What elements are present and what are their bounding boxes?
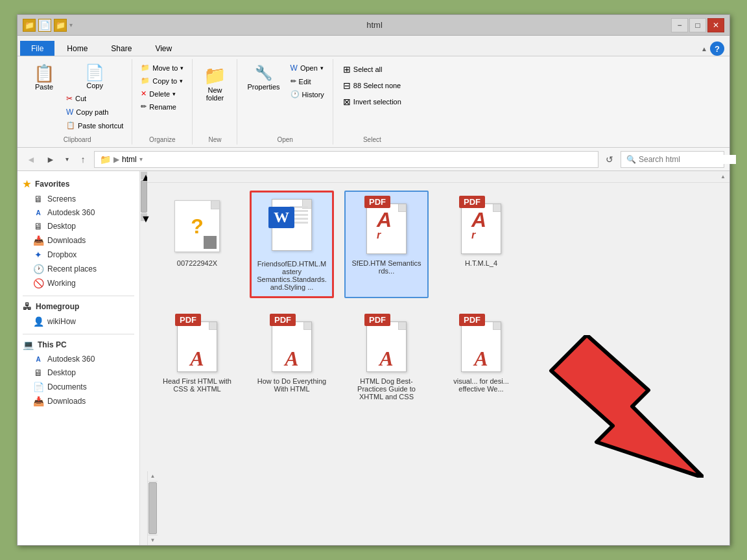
sidebar-item-desktop-fav[interactable]: 🖥 Desktop xyxy=(18,219,139,233)
tab-home[interactable]: Home xyxy=(56,41,99,56)
scroll-up-area: ▲ xyxy=(147,171,729,183)
ribbon-collapse-icon[interactable]: ▲ xyxy=(701,45,707,52)
select-none-button[interactable]: ⊟ 88 Select none xyxy=(338,78,406,93)
ribbon-group-select: ⊞ Select all ⊟ 88 Select none ⊠ Invert s… xyxy=(333,59,411,145)
cut-label: Cut xyxy=(75,95,86,102)
sidebar-item-autodesk360-pc[interactable]: A Autodesk 360 xyxy=(18,353,139,366)
delete-button[interactable]: ✕ Delete ▾ xyxy=(137,88,187,100)
sidebar-item-downloads-pc[interactable]: 📥 Downloads xyxy=(18,394,139,408)
unknown-file-icon: ? xyxy=(174,200,220,252)
back-button[interactable]: ◄ xyxy=(23,151,40,168)
refresh-button[interactable]: ↺ xyxy=(601,151,618,168)
file-grid-scroll[interactable]: ? 007222942X xyxy=(147,183,729,471)
question-mark-icon: ? xyxy=(191,215,204,239)
sidebar-scrollbar[interactable]: ▲ ▼ xyxy=(139,171,147,545)
tab-file[interactable]: File xyxy=(20,41,54,56)
help-button[interactable]: ? xyxy=(710,41,724,56)
maximize-button[interactable]: □ xyxy=(689,18,706,32)
copy-icon-large: 📄 xyxy=(85,64,104,82)
star-icon: ★ xyxy=(23,179,31,189)
copy-to-label: Copy to xyxy=(152,77,177,85)
new-folder-label: New folder xyxy=(206,86,224,102)
edit-button[interactable]: ✏ Edit xyxy=(287,75,327,88)
pdf-acrobat-a-2: A xyxy=(377,208,392,231)
downloads-label: Downloads xyxy=(47,236,86,245)
desktop-pc-icon: 🖥 xyxy=(33,368,43,378)
sidebar-thispc-header[interactable]: 💻 This PC xyxy=(18,337,139,353)
sidebar-homegroup-header[interactable]: 🖧 Homegroup xyxy=(18,299,139,314)
sidebar-item-documents[interactable]: 📄 Documents xyxy=(18,380,139,394)
move-to-label: Move to xyxy=(152,64,178,72)
minimize-button[interactable]: − xyxy=(671,18,688,32)
sidebar-item-working[interactable]: 🚫 Working xyxy=(18,276,139,290)
file-item-0[interactable]: ? 007222942X xyxy=(155,191,239,298)
dropdown-button[interactable]: ▾ xyxy=(62,151,72,168)
downloads-pc-label: Downloads xyxy=(47,397,86,406)
close-button[interactable]: ✕ xyxy=(707,18,724,32)
dropbox-label: Dropbox xyxy=(47,250,77,259)
address-path[interactable]: 📁 ▶ html ▾ xyxy=(94,151,599,168)
paste-button[interactable]: 📋 Paste xyxy=(28,62,60,94)
sidebar-item-screens[interactable]: 🖥 Screens xyxy=(18,192,139,206)
file-item-7[interactable]: A PDF visual... for desi... effective We… xyxy=(439,309,523,407)
file-item-5[interactable]: A PDF How to Do Everything With HTML xyxy=(250,309,334,407)
paste-shortcut-button[interactable]: 📋 Paste shortcut xyxy=(63,119,126,132)
main-scroll-thumb[interactable] xyxy=(148,482,157,534)
copy-to-dropdown-icon: ▾ xyxy=(180,78,183,84)
properties-label: Properties xyxy=(247,83,279,91)
scroll-up-button[interactable]: ▲ xyxy=(718,172,728,182)
copy-to-button[interactable]: 📁 Copy to ▾ xyxy=(137,75,187,87)
file-icon-7: A PDF xyxy=(452,315,510,373)
ribbon-group-new: 📁 New folder New xyxy=(193,59,237,145)
sidebar-item-downloads[interactable]: 📥 Downloads xyxy=(18,233,139,248)
file-label-6: HTML Dog Best-Practices Guide to XHTML a… xyxy=(351,377,422,401)
sidebar-scroll-down[interactable]: ▼ xyxy=(141,213,147,221)
file-item-4[interactable]: A PDF Head First HTML with CSS & XHTML xyxy=(155,309,239,407)
new-folder-button[interactable]: 📁 New folder xyxy=(198,62,231,105)
file-item-2[interactable]: A r PDF SfED.HTM Semantics rds... xyxy=(344,191,429,298)
sidebar-scroll-up[interactable]: ▲ xyxy=(141,172,147,180)
sidebar-item-dropbox[interactable]: ✦ Dropbox xyxy=(18,248,139,262)
sidebar-item-desktop-pc[interactable]: 🖥 Desktop xyxy=(18,366,139,380)
clipboard-label: Clipboard xyxy=(64,134,91,145)
tab-view[interactable]: View xyxy=(144,41,183,56)
select-col: ⊞ Select all ⊟ 88 Select none ⊠ Invert s… xyxy=(338,62,406,110)
copy-path-label: Copy path xyxy=(76,108,108,116)
autodesk360-pc-icon: A xyxy=(33,356,43,363)
cut-button[interactable]: ✂ Cut xyxy=(63,92,126,105)
select-all-icon: ⊞ xyxy=(343,64,351,75)
copy-large-button[interactable]: 📄 Copy xyxy=(63,62,126,91)
main-scroll-up-btn[interactable]: ▲ xyxy=(148,471,158,482)
search-input[interactable] xyxy=(639,155,736,164)
select-label: Select xyxy=(363,134,381,145)
invert-selection-button[interactable]: ⊠ Invert selection xyxy=(338,94,406,110)
clipboard-content: 📋 Paste 📄 Copy ✂ Cut xyxy=(28,59,126,134)
sidebar-item-autodesk360-fav[interactable]: A Autodesk 360 xyxy=(18,206,139,219)
file-item-3[interactable]: A r PDF H.T.M.L_4 xyxy=(439,191,523,298)
sidebar-item-recent[interactable]: 🕐 Recent places xyxy=(18,262,139,276)
file-item-6[interactable]: A PDF HTML Dog Best-Practices Guide to X… xyxy=(344,309,429,407)
copy-path-button[interactable]: W Copy path xyxy=(63,106,126,119)
tab-share[interactable]: Share xyxy=(100,41,143,56)
forward-button[interactable]: ► xyxy=(42,151,59,168)
history-button[interactable]: 🕐 History xyxy=(287,88,327,100)
address-dropdown-icon[interactable]: ▾ xyxy=(139,156,143,163)
rename-button[interactable]: ✏ Rename xyxy=(137,100,187,113)
sidebar-item-wikihow[interactable]: 👤 wikiHow xyxy=(18,314,139,329)
sidebar: ★ Favorites 🖥 Screens A Autodesk 360 🖥 D… xyxy=(18,171,139,545)
wikihow-icon: 👤 xyxy=(33,316,43,327)
file-item-1[interactable]: W FriendsofED.HTML.Mastery Semantics.Sta… xyxy=(250,191,334,298)
paste-label: Paste xyxy=(35,83,53,91)
main-scroll-down-btn[interactable]: ▼ xyxy=(148,535,158,545)
open-label: Open xyxy=(277,134,292,145)
select-all-button[interactable]: ⊞ Select all xyxy=(338,62,406,77)
up-button[interactable]: ↑ xyxy=(75,151,91,168)
open-button[interactable]: W Open ▾ xyxy=(287,62,327,75)
search-icon: 🔍 xyxy=(626,155,636,164)
path-folder-icon: 📁 xyxy=(100,154,111,165)
sidebar-scroll-thumb[interactable] xyxy=(141,180,147,213)
sidebar-favorites-header[interactable]: ★ Favorites xyxy=(18,176,139,192)
move-to-button[interactable]: 📁 Move to ▾ xyxy=(137,62,187,74)
cut-icon: ✂ xyxy=(66,94,73,103)
properties-button[interactable]: 🔧 Properties xyxy=(243,62,284,94)
